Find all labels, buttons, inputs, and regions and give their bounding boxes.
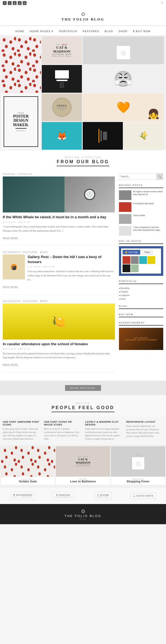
- partner-woodwork-logo: ⚙ WOODWORK EST. — FINE TOOL: [11, 492, 35, 500]
- partner-hudson: ⚜ HUDSON HAIR REMEDIES: [43, 492, 83, 500]
- portfolio-list: Branding Graphic Featured Food: [119, 286, 163, 301]
- blog-post-3: CATEGORIES FEATURED NEWS 🍋 In cavalier a…: [3, 300, 115, 373]
- nav-buynow[interactable]: $ BUY NOW: [133, 30, 151, 33]
- feature-3-text: Nulla mattis lacus a Congue imperdiet, c…: [85, 427, 122, 441]
- partner-southperth: ⚓ SOUTH PERTH: [123, 493, 163, 499]
- shop-item-2[interactable]: EST. 2014 CAT &MADISON CLOTHING SHOP Mad…: [56, 446, 110, 485]
- feature-1: Use Font Awesome font icons Lorem ipsum …: [3, 420, 40, 441]
- social-photo-3: [139, 256, 147, 264]
- recent-post-4-thumb: [119, 226, 131, 236]
- advertisement-title: ADVERTISEMENT: [119, 321, 163, 326]
- partner-divine: ✦ DIVINE DIRECTION: [83, 492, 123, 500]
- social-photos: [123, 256, 160, 272]
- features-section-title: PEOPLE FEEL GOOD: [51, 405, 114, 412]
- portfolio-tag-graphic[interactable]: Graphic: [119, 290, 163, 294]
- more-articles-button[interactable]: MORE ARTICLES: [65, 385, 101, 391]
- like-button[interactable]: 👍 Like Page: [123, 250, 140, 255]
- portfolio-item-stationery[interactable]: [42, 65, 82, 93]
- facebook-icon[interactable]: f: [3, 1, 7, 5]
- portfolio-item-poster[interactable]: FREE POSTERDESIGNMAKER. download now: [1, 94, 41, 150]
- post-3-categories: CATEGORIES FEATURED NEWS: [3, 300, 115, 302]
- main-nav: HOME HOME PAGES ▾ PORTFOLIO FEATURES BLO…: [0, 26, 166, 36]
- feature-4-text: Donec porttitor sapien justo, sed accums…: [126, 425, 163, 438]
- portfolio-tag-branding[interactable]: Branding: [119, 286, 163, 290]
- recent-post-1-title: All night a senior review watch was kept…: [133, 190, 163, 196]
- nav-home[interactable]: HOME: [15, 30, 24, 33]
- features-grid: Use Font Awesome font icons Lorem ipsum …: [0, 416, 166, 445]
- portfolio-item-angryface[interactable]: 😤: [83, 65, 164, 93]
- logo-area: ⊙ THE FOLIO BLOG: [0, 9, 166, 24]
- shop-item-1-label: PORTFOLIO Golden Gate: [1, 477, 55, 485]
- feature-3: Lovely & modern flat design Nulla mattis…: [85, 420, 122, 441]
- post-2-readmore[interactable]: READ MORE: [3, 286, 18, 288]
- linkedin-icon[interactable]: in: [23, 1, 27, 5]
- recent-post-3-thumb: [119, 214, 131, 224]
- search-button[interactable]: 🔍: [156, 173, 163, 180]
- googleplus-icon[interactable]: g: [13, 1, 17, 5]
- pinterest-icon[interactable]: p: [18, 1, 22, 5]
- partner-southperth-logo: ⚓ SOUTH PERTH: [130, 493, 156, 499]
- portfolio-item-foxteal[interactable]: 🦊: [42, 122, 82, 150]
- recent-posts-widget: RECENT POSTS All night a senior review w…: [119, 184, 163, 236]
- portfolio-item-shoppingbag[interactable]: [83, 37, 164, 64]
- recent-post-2-title: A travellors log travel: [133, 202, 163, 205]
- post-3-image: 🍋: [3, 303, 115, 339]
- shop-item-1[interactable]: PORTFOLIO Golden Gate: [1, 446, 55, 485]
- recent-post-2-info: A travellors log travel: [133, 202, 163, 205]
- site-name: THE FOLIO BLOG: [0, 17, 166, 22]
- shop-item-3[interactable]: BRANDING Shopping Fever: [111, 446, 165, 485]
- blog-sidebar: 🔍 RECENT POSTS All night a senior review…: [119, 173, 163, 378]
- post-3-meta: ★ ★ ★ ★ ★ NOV 11 14: [3, 348, 115, 350]
- nav-homepages[interactable]: HOME PAGES ▾: [30, 30, 53, 33]
- shop-item-2-image: EST. 2014 CAT &MADISON CLOTHING SHOP Mad…: [56, 446, 110, 477]
- partners-bar: ⚙ WOODWORK EST. — FINE TOOL ⚜ HUDSON HAI…: [0, 487, 166, 504]
- feature-4-title: Responsive layout: [126, 420, 163, 423]
- buynow-widget: BUY NOW: [119, 313, 163, 317]
- feature-3-title: Lovely & modern flat design: [85, 420, 122, 426]
- nav-features[interactable]: FEATURES: [83, 30, 99, 33]
- recent-post-3: Oscar Wilde: [119, 214, 163, 224]
- portfolio-item-tools[interactable]: [83, 122, 123, 150]
- header-search-icon[interactable]: ☰: [161, 2, 163, 4]
- search-input[interactable]: [119, 173, 156, 180]
- portfolio-item-vergo[interactable]: VERGO WORDPRESSTHEMES: [42, 94, 82, 121]
- feature-2-title: Use font icons or image icons: [44, 420, 81, 426]
- nav-shop[interactable]: SHOP: [119, 30, 128, 33]
- portfolio-item-wheat[interactable]: 🌾: [124, 122, 164, 150]
- post-3-title: In cavalier attendance upon the school o…: [3, 342, 115, 347]
- feature-1-text: Lorem ipsum dolor sit amet, consectetur …: [3, 427, 40, 441]
- features-title-area: Why Do PEOPLE FEEL GOOD: [0, 395, 166, 416]
- post-1-excerpt: "I was nothing here; but a round thing m…: [3, 225, 115, 233]
- shop-section: PORTFOLIO Golden Gate EST. 2014 CAT &MAD…: [0, 445, 166, 487]
- portfolio-item-strawberry[interactable]: [1, 37, 41, 93]
- twitter-icon[interactable]: t: [8, 1, 12, 5]
- post-1-readmore[interactable]: READ MORE: [3, 237, 18, 239]
- footer-sub: Blog: [4, 518, 162, 520]
- post-3-excerpt: The boat was iron all but painted betwee…: [3, 352, 115, 360]
- portfolio-tag-featured[interactable]: Featured: [119, 294, 163, 297]
- portfolio-tag-food[interactable]: Food: [119, 297, 163, 301]
- nav-portfolio[interactable]: PORTFOLIO: [59, 30, 77, 33]
- portfolio-item-illustration[interactable]: 🧡 👧: [83, 94, 164, 121]
- recent-post-1-info: All night a senior review watch was kept…: [133, 190, 163, 196]
- social-icons: f t g p in: [3, 1, 27, 5]
- post-3-readmore[interactable]: READ MORE: [3, 364, 18, 366]
- post-1-title: If the White Whale be raised, it must be…: [3, 215, 115, 220]
- share-button[interactable]: Share: [142, 250, 153, 255]
- logo-icon: ⊙: [0, 11, 166, 17]
- social-photo-4: [147, 256, 155, 264]
- social-photo-5: [123, 264, 130, 272]
- shop-item-3-image: [111, 446, 165, 477]
- blog-container: FASHION LIFESTYLE 🕐 If the White Whale b…: [0, 170, 166, 381]
- recent-post-1-thumb: [119, 190, 131, 200]
- recent-post-4: I was overjoyed to see the men that swor…: [119, 226, 163, 236]
- blog-post-2: CATEGORIES FEATURED NEWS 🍘 Gallery Post …: [3, 251, 115, 295]
- portfolio-item-catmadison[interactable]: EST. 2014 CAT &MADISON CLOTHING SHOP Mad…: [42, 37, 82, 64]
- shop-item-1-image: [1, 446, 55, 477]
- search-widget: 🔍: [119, 173, 163, 180]
- social-bar: f t g p in ☰: [0, 0, 166, 6]
- partner-divine-logo: ✦ DIVINE DIRECTION: [95, 492, 112, 500]
- feature-2-text: Etiam ut lorem mi. Curabitur condimentum…: [44, 427, 81, 441]
- nav-blog[interactable]: BLOG: [105, 30, 113, 33]
- footer-logo-icon: ⊙: [4, 508, 162, 514]
